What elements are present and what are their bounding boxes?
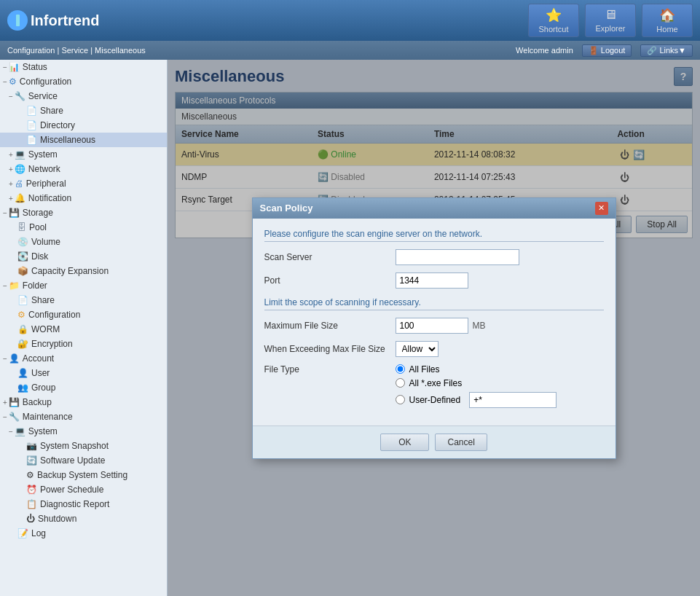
sidebar-item-group[interactable]: 👥Group <box>0 380 167 395</box>
icon-diagnostic-report: 📋 <box>26 499 37 509</box>
sidebar-item-maint-system[interactable]: −💻System <box>0 424 167 439</box>
sidebar-item-volume[interactable]: 💿Volume <box>0 235 167 249</box>
sidebar-item-service[interactable]: −🔧Service <box>0 89 167 103</box>
breadcrumb-path: Configuration | Service | Miscellaneous <box>7 46 146 55</box>
radio-row-all-exe: All *.exe Files <box>396 378 557 388</box>
port-row: Port <box>264 272 604 289</box>
icon-disk: 💽 <box>17 251 28 262</box>
sidebar-item-pool[interactable]: 🗄Pool <box>0 220 167 235</box>
label-diagnostic-report: Diagnostic Report <box>40 499 109 509</box>
label-system-snapshot: System Snapshot <box>40 441 109 451</box>
max-file-size-row: Maximum File Size MB <box>264 318 604 334</box>
sidebar-item-storage[interactable]: −💾Storage <box>0 205 167 220</box>
sidebar-item-folder[interactable]: −📁Folder <box>0 278 167 293</box>
sidebar-item-directory[interactable]: 📄Directory <box>0 118 167 133</box>
label-peripheral: Peripheral <box>26 179 66 189</box>
main-layout: −📊Status−⚙Configuration−🔧Service📄Share📄D… <box>0 60 700 596</box>
file-type-label: File Type <box>264 364 396 375</box>
toggle-maint-system: − <box>9 428 13 436</box>
sidebar-item-capacity-expansion[interactable]: 📦Capacity Expansion <box>0 264 167 278</box>
sidebar-item-worm[interactable]: 🔒WORM <box>0 322 167 337</box>
content-area: Miscellaneous ? Miscellaneous Protocols … <box>168 60 700 596</box>
icon-folder: 📁 <box>9 281 20 291</box>
icon-pool: 🗄 <box>17 222 26 232</box>
icon-share: 📄 <box>26 106 37 116</box>
sidebar-item-backup-system-setting[interactable]: ⚙Backup System Setting <box>0 468 167 482</box>
label-pool: Pool <box>29 222 47 232</box>
icon-notification: 🔔 <box>15 193 25 203</box>
label-group: Group <box>31 383 55 393</box>
sidebar-item-configuration[interactable]: −⚙Configuration <box>0 74 167 89</box>
logo-icon <box>7 10 28 31</box>
icon-encryption: 🔐 <box>17 339 28 349</box>
icon-folder-share: 📄 <box>17 295 28 305</box>
icon-log: 📝 <box>17 528 28 538</box>
toggle-backup: + <box>3 399 7 407</box>
sidebar-item-disk[interactable]: 💽Disk <box>0 249 167 264</box>
radio-user-defined[interactable] <box>396 395 405 404</box>
when-exceeding-select[interactable]: Allow Deny <box>396 341 439 357</box>
sidebar-item-miscellaneous[interactable]: 📄Miscellaneous <box>0 133 167 147</box>
sidebar-item-software-update[interactable]: 🔄Software Update <box>0 453 167 468</box>
label-capacity-expansion: Capacity Expansion <box>31 266 109 276</box>
sidebar-item-shutdown[interactable]: ⏻Shutdown <box>0 511 167 526</box>
links-button[interactable]: 🔗 Links▼ <box>640 44 693 57</box>
label-backup: Backup <box>23 397 52 407</box>
sidebar-item-notification[interactable]: +🔔Notification <box>0 191 167 205</box>
logout-button[interactable]: 🚪 Logout <box>582 44 632 57</box>
sidebar-item-log[interactable]: 📝Log <box>0 526 167 541</box>
icon-folder-configuration: ⚙ <box>17 310 25 320</box>
icon-backup: 💾 <box>9 397 20 407</box>
sidebar-item-system[interactable]: +💻System <box>0 147 167 162</box>
sidebar-item-maintenance[interactable]: −🔧Maintenance <box>0 409 167 424</box>
nav-btn-explorer[interactable]: 🖥Explorer <box>585 4 636 37</box>
explorer-icon: 🖥 <box>604 7 617 23</box>
sidebar-item-diagnostic-report[interactable]: 📋Diagnostic Report <box>0 497 167 511</box>
nav-btn-home[interactable]: 🏠Home <box>642 4 693 37</box>
dialog-titlebar: Scan Policy ✕ <box>253 198 616 219</box>
label-folder-share: Share <box>31 295 55 305</box>
scope-label: Limit the scope of scanning if necessary… <box>264 297 604 310</box>
sidebar-item-status[interactable]: −📊Status <box>0 60 167 74</box>
icon-account: 👤 <box>9 353 20 364</box>
file-type-radio-group: All Files All *.exe Files User-Defined <box>396 364 557 408</box>
welcome-text: Welcome admin <box>516 46 573 55</box>
label-encryption: Encryption <box>31 339 73 349</box>
label-configuration: Configuration <box>20 77 71 87</box>
top-header: Infortrend ⭐Shortcut🖥Explorer🏠Home <box>0 0 700 41</box>
nav-btn-shortcut[interactable]: ⭐Shortcut <box>528 4 579 37</box>
radio-all-exe[interactable] <box>396 378 405 388</box>
breadcrumb-right: Welcome admin 🚪 Logout 🔗 Links▼ <box>516 44 693 57</box>
sidebar-item-user[interactable]: 👤User <box>0 366 167 380</box>
toggle-service: − <box>9 93 13 101</box>
sidebar-item-encryption[interactable]: 🔐Encryption <box>0 337 167 351</box>
modal-overlay: Scan Policy ✕ Please configure the scan … <box>168 60 700 596</box>
dialog-close-button[interactable]: ✕ <box>595 202 608 215</box>
sidebar-item-system-snapshot[interactable]: 📷System Snapshot <box>0 439 167 453</box>
label-volume: Volume <box>31 237 60 247</box>
icon-network: 🌐 <box>15 164 25 174</box>
sidebar-item-backup[interactable]: +💾Backup <box>0 395 167 409</box>
scan-server-row: Scan Server <box>264 249 604 265</box>
ok-button[interactable]: OK <box>380 434 429 451</box>
toggle-configuration: − <box>3 78 7 86</box>
max-file-size-input[interactable] <box>396 318 468 334</box>
sidebar-item-peripheral[interactable]: +🖨Peripheral <box>0 176 167 191</box>
cancel-button[interactable]: Cancel <box>435 434 487 451</box>
icon-user: 👤 <box>17 368 28 378</box>
sidebar-item-network[interactable]: +🌐Network <box>0 162 167 176</box>
sidebar-item-power-schedule[interactable]: ⏰Power Schedule <box>0 482 167 497</box>
sidebar-item-account[interactable]: −👤Account <box>0 351 167 366</box>
port-input[interactable] <box>396 272 468 289</box>
label-log: Log <box>31 528 46 538</box>
user-defined-input[interactable] <box>469 392 557 408</box>
icon-shutdown: ⏻ <box>26 514 35 524</box>
logout-icon: 🚪 <box>589 46 599 55</box>
sidebar-item-folder-configuration[interactable]: ⚙Configuration <box>0 307 167 322</box>
sidebar-item-folder-share[interactable]: 📄Share <box>0 293 167 307</box>
radio-all-files[interactable] <box>396 364 405 374</box>
label-directory: Directory <box>40 120 75 130</box>
sidebar-item-share[interactable]: 📄Share <box>0 103 167 118</box>
file-size-unit: MB <box>473 321 486 331</box>
scan-server-input[interactable] <box>396 249 519 265</box>
